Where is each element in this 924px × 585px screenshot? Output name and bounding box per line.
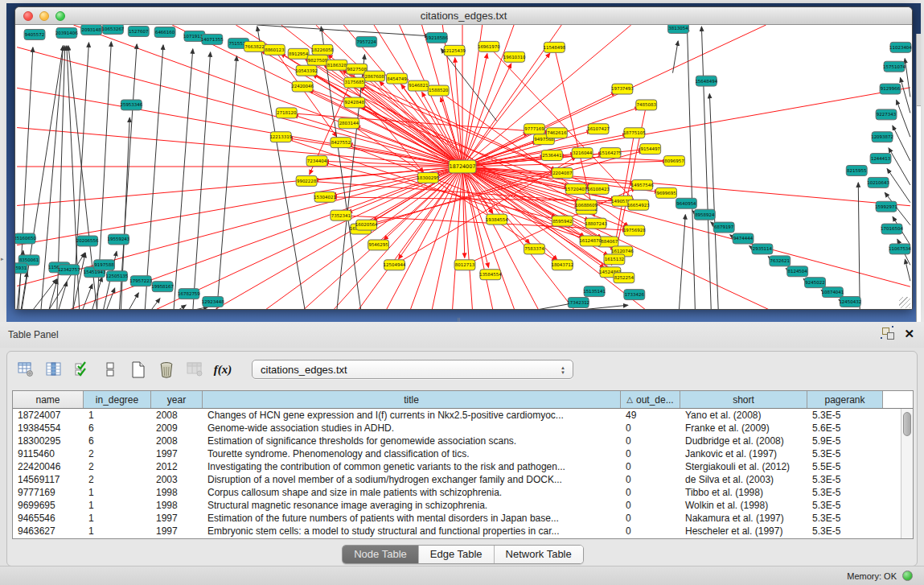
sort-ascending-icon: △ <box>626 395 633 404</box>
table-row[interactable]: 2242004622012Investigating the contribut… <box>13 460 913 473</box>
table-cell: Stergiakouli et al. (2012) <box>680 460 807 473</box>
table-cell: 9465546 <box>13 512 84 525</box>
graph-node-label: 19737493 <box>611 86 634 91</box>
graph-node-label: 12504944 <box>384 262 406 267</box>
graph-edge-black <box>889 148 910 185</box>
table-cell: 0 <box>621 499 680 512</box>
table-row[interactable]: 969969511998Structural magnetic resonanc… <box>13 499 913 512</box>
table-cell: Wolkin et al. (1998) <box>680 499 807 512</box>
table-panel-title: Table Panel <box>8 329 59 340</box>
graph-edge-red <box>453 167 462 310</box>
column-header-year[interactable]: year <box>151 391 203 408</box>
table-row[interactable]: 977716911998Corpus callosum shape and si… <box>13 486 913 499</box>
table-cell: 5.9E-5 <box>807 435 883 447</box>
table-cell: 6 <box>84 422 151 435</box>
graph-node-label: 6466160 <box>155 30 175 35</box>
graph-node-label: 9827508 <box>347 67 368 72</box>
network-canvas[interactable]: 9405572203914062093148106532671527607646… <box>15 25 912 310</box>
graph-node-label: 3813054 <box>668 26 688 31</box>
graph-edge-black <box>119 44 137 310</box>
table-cell: Structural magnetic resonance image aver… <box>203 499 621 512</box>
select-visible-columns-icon[interactable] <box>72 360 92 379</box>
graph-node-label: 18775105 <box>623 130 646 135</box>
table-settings-icon[interactable] <box>15 360 36 379</box>
graph-edge-black <box>217 56 237 310</box>
scrollbar-thumb[interactable] <box>903 412 911 436</box>
column-header-pagerank[interactable]: pagerank <box>807 391 883 408</box>
graph-node-label: 14071355 <box>201 37 224 42</box>
float-panel-icon[interactable] <box>882 328 894 340</box>
graph-node-label: 9902228 <box>297 179 317 183</box>
graph-edge-black <box>673 41 679 73</box>
graph-node-label: 2536441 <box>542 153 561 158</box>
table-cell: 9115460 <box>13 447 84 460</box>
graph-node-label: 15648494 <box>695 79 717 84</box>
column-header-in_degree[interactable]: in_degree <box>84 391 151 408</box>
column-header-name[interactable]: name <box>13 391 84 408</box>
table-row[interactable]: 1456911722003Disruption of a novel membe… <box>13 473 913 486</box>
graph-node-label: 17016504 <box>881 226 903 231</box>
network-desktop: citations_edges.txt 94055722039140620931… <box>6 3 921 322</box>
table-row[interactable]: 911546021997Tourette syndrome. Phenomeno… <box>13 447 913 460</box>
citation-network-graph[interactable]: 9405572203914062093148106532671527607646… <box>15 25 912 310</box>
close-panel-icon[interactable]: ✕ <box>904 328 914 340</box>
tab-node-table[interactable]: Node Table <box>343 546 419 563</box>
table-cell: 9777169 <box>13 486 84 499</box>
column-header-title[interactable]: title <box>203 391 621 408</box>
graph-node-label: 20206556 <box>76 238 99 243</box>
create-table-icon[interactable] <box>128 360 149 379</box>
graph-edge-red <box>462 25 766 167</box>
table-panel-header: Table Panel ✕ <box>0 322 924 348</box>
memory-status-indicator[interactable] <box>902 571 913 581</box>
table-cell: 1997 <box>151 447 203 460</box>
table-cell: Changes of HCN gene expression and I(f) … <box>203 409 621 422</box>
graph-node-label: 18724007 <box>450 163 476 170</box>
column-header-out_degree[interactable]: △out_de... <box>621 391 680 408</box>
window-titlebar[interactable]: citations_edges.txt <box>15 7 912 25</box>
graph-node-label: 8860123 <box>265 47 285 52</box>
table-cell: 9699695 <box>13 499 84 512</box>
graph-node-label: 1733426 <box>625 292 645 297</box>
graph-edge-black <box>59 282 67 310</box>
table-cell: Corpus callosum shape and size in male p… <box>203 486 621 499</box>
graph-node-label: 10210643 <box>867 180 889 185</box>
graph-node-label: 7234404 <box>307 159 327 163</box>
table-toolbar: f(x) citations_edges.txt ▲▼ <box>7 352 917 387</box>
table-row[interactable]: 1872400712008Changes of HCN gene express… <box>13 409 913 422</box>
table-row[interactable]: 946554611997Estimation of the future num… <box>13 512 913 525</box>
table-row[interactable]: 1830029562008Estimation of significance … <box>13 435 913 447</box>
window-title: citations_edges.txt <box>15 10 912 22</box>
vertical-scrollbar[interactable] <box>901 409 913 539</box>
table-selector-dropdown[interactable]: citations_edges.txt ▲▼ <box>252 360 573 379</box>
graph-node-label: 3216044 <box>573 150 593 155</box>
network-view-window[interactable]: citations_edges.txt 94055722039140620931… <box>14 6 913 310</box>
graph-node-label: 16108423 <box>587 187 610 192</box>
graph-node-label: 8595942 <box>552 219 572 224</box>
row-height-icon[interactable] <box>100 360 121 379</box>
table-cell: 5.3E-5 <box>807 409 883 422</box>
panel-collapse-handle[interactable]: ▸ <box>1 256 5 262</box>
table-cell: Franke et al. (2009) <box>680 422 807 435</box>
graph-node-label: 10688609 <box>575 203 598 208</box>
table-cell: 0 <box>621 525 680 538</box>
delete-table-icon[interactable] <box>156 360 177 379</box>
function-builder-icon[interactable]: f(x) <box>212 360 233 379</box>
table-cell: 1998 <box>151 499 203 512</box>
table-cell: 2 <box>84 460 151 473</box>
graph-node-label: 11548498 <box>543 45 565 50</box>
table-cell: Estimation of the future numbers of pati… <box>203 512 621 525</box>
tab-network-table[interactable]: Network Table <box>495 546 583 563</box>
window-resize-grip[interactable] <box>899 297 910 308</box>
column-header-short[interactable]: short <box>680 391 807 408</box>
graph-node-label: 18807243 <box>585 221 607 226</box>
table-row[interactable]: 946362711997Embryonic stem cells: a mode… <box>13 525 913 538</box>
graph-node-label: 16124870 <box>579 238 602 243</box>
table-row[interactable]: 1938455462009Genome-wide association stu… <box>13 422 913 435</box>
graph-edge-black <box>441 48 496 121</box>
graph-node-label: 1527607 <box>129 29 148 34</box>
graph-edge-red <box>455 58 462 167</box>
show-columns-icon[interactable] <box>43 360 64 379</box>
table-cell: 22420046 <box>13 460 84 473</box>
import-table-disabled-icon <box>184 360 205 379</box>
tab-edge-table[interactable]: Edge Table <box>419 546 495 563</box>
